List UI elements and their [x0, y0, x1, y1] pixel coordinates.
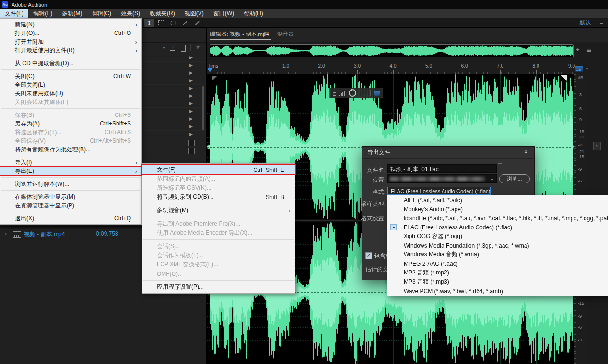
expander-chevron-icon[interactable]: ›	[5, 230, 7, 237]
waveform-overview[interactable]	[210, 44, 574, 57]
meter-box-icon[interactable]	[188, 140, 195, 146]
menu-item-7[interactable]: 关闭(C)Ctrl+W	[0, 72, 141, 80]
menu-item-14[interactable]: 将选区保存为(T)...Ctrl+Alt+S	[0, 128, 141, 136]
menu-item-13[interactable]: 另存为(A)...Ctrl+Shift+S	[0, 119, 141, 128]
corner-handle-right-icon[interactable]	[561, 75, 567, 81]
menu-item-3[interactable]: 打开最近使用的文件(R)›	[0, 46, 141, 55]
filename-input[interactable]: 视频 - 副本_01.flac	[387, 164, 497, 173]
pin-icon[interactable]	[586, 68, 588, 69]
menu-item-5[interactable]: 多轨混音(M)›	[142, 206, 295, 215]
spot-healing-brush-tool-icon[interactable]	[192, 19, 202, 27]
gain-knob-icon[interactable]	[349, 89, 356, 97]
browse-button[interactable]: 浏览...	[499, 174, 530, 183]
format-option-5[interactable]: Windows Media Foundation (*.3gp, *.aac, …	[387, 241, 608, 250]
corner-handle-left-icon[interactable]	[212, 76, 217, 80]
menu-item-2[interactable]: 所选标记至 CSV(K)...	[142, 183, 295, 193]
list-item[interactable]: ▶	[142, 85, 206, 92]
menu-item-9[interactable]: 关闭未使用媒体(U)	[0, 89, 141, 98]
timeline-ruler[interactable]: hms 1.02.03.04.05.06.07.08.09.0	[207, 62, 574, 74]
spectral-display-icon[interactable]	[575, 66, 583, 72]
menu-item-1[interactable]: 打开(O)...Ctrl+O	[0, 29, 141, 37]
menu-item-0[interactable]: 新建(N)›	[0, 20, 141, 29]
playhead-marker[interactable]	[207, 68, 213, 73]
menubar-item[interactable]: 收藏夹(R)	[145, 9, 180, 18]
menu-item-16[interactable]: 将所有音频保存为批处理(B)...	[0, 145, 141, 154]
panel-collapse-icon[interactable]: ‹	[593, 142, 601, 150]
format-option-1[interactable]: Monkey's Audio (*.ape)	[387, 205, 608, 214]
format-option-10[interactable]: Wave PCM (*.wav, *.bwf, *.rf64, *.amb)	[387, 286, 608, 296]
menu-item-8[interactable]: 全部关闭(L)	[0, 80, 141, 89]
menu-item-7[interactable]: 导出到 Adobe Premiere Pro(X)...	[142, 219, 295, 228]
menubar-item[interactable]: 编辑(E)	[28, 9, 57, 18]
list-item[interactable]: ▶	[142, 77, 206, 85]
menu-item-10[interactable]: 关闭会话及其媒体(F)	[0, 98, 141, 106]
menubar-item[interactable]: 多轨(M)	[57, 9, 87, 18]
menu-item-1[interactable]: 范围标记内的音频(A)...	[142, 174, 295, 183]
workspace-switcher[interactable]: 默认	[579, 19, 591, 27]
trash-icon[interactable]	[181, 45, 186, 52]
menu-item-11[interactable]: 会话作为模板(L)...	[142, 251, 295, 260]
list-item[interactable]: ▶	[142, 131, 206, 138]
menubar-item[interactable]: 效果(S)	[116, 9, 145, 18]
include-markers-checkbox[interactable]: ✓	[365, 252, 372, 259]
favorite-star-icon[interactable]: ★	[195, 44, 201, 51]
dialog-title[interactable]: 导出文件	[362, 147, 534, 159]
volume-hud[interactable]	[329, 88, 383, 98]
format-option-8[interactable]: MP2 音频 (*.mp2)	[387, 268, 608, 277]
list-item[interactable]	[142, 138, 206, 147]
menu-item-24[interactable]: 在资源管理器中显示(P)	[0, 201, 141, 210]
list-item[interactable]: ▶	[142, 100, 206, 108]
format-option-3[interactable]: FLAC (Free Lossless Audio Codec) (*.flac…	[387, 223, 608, 232]
list-item[interactable]: ▶	[142, 108, 206, 115]
format-option-4[interactable]: Xiph OGG 容器 (*.ogg)	[387, 232, 608, 241]
menubar-item[interactable]: 文件(F)	[0, 9, 28, 18]
menu-item-8[interactable]: 使用 Adobe Media Encoder 导出(X)...	[142, 228, 295, 238]
panel-menu-icon[interactable]: ≡	[263, 30, 267, 37]
menu-item-5[interactable]: 从 CD 中提取音频(D)...	[0, 59, 141, 68]
menu-item-12[interactable]: 保存(S)Ctrl+S	[0, 111, 141, 119]
lasso-selection-tool-icon[interactable]	[168, 19, 178, 27]
scrollbar[interactable]	[202, 86, 204, 130]
menu-item-13[interactable]: OMF(O)...	[142, 269, 295, 278]
menu-item-18[interactable]: 导入(I)›	[0, 158, 141, 167]
menu-item-10[interactable]: 会话(S)...	[142, 242, 295, 251]
menu-item-3[interactable]: 将音频刻录到 CD(B)...Shift+B	[142, 193, 295, 202]
menu-item-15[interactable]: 应用程序设置(P)...	[142, 283, 295, 292]
menu-item-19[interactable]: 导出(E)›	[0, 167, 141, 175]
menubar-item[interactable]: 剪辑(C)	[87, 9, 116, 18]
location-dropdown[interactable]: ⌄	[387, 174, 497, 183]
format-dropdown[interactable]: FLAC (Free Lossless Audio Codec) (*.flac…	[387, 187, 491, 195]
editor-settings-icon[interactable]: ⌖	[576, 46, 579, 54]
menu-item-15[interactable]: 全部保存(V)Ctrl+Alt+Shift+S	[0, 136, 141, 145]
tab-editor[interactable]: 编辑器: 视频 - 副本.mp4	[210, 31, 269, 38]
format-option-2[interactable]: libsndfile (*.aifc, *.aiff, *.au, *.avr,…	[387, 214, 608, 223]
workspace-menu-icon[interactable]: ≡	[599, 19, 603, 26]
menu-item-2[interactable]: 打开并附加›	[0, 37, 141, 46]
list-item[interactable]: ▶	[142, 123, 206, 131]
dropdown-caret-icon[interactable]: ⌄	[162, 44, 166, 50]
paintbrush-selection-tool-icon[interactable]	[180, 19, 190, 27]
dialog-close-icon[interactable]: ×	[522, 148, 530, 156]
format-option-0[interactable]: AIFF (*.aif, *.aiff, *.aifc)	[387, 195, 608, 205]
list-item[interactable]: ▶	[142, 115, 206, 123]
list-item[interactable]: ▶	[142, 62, 206, 69]
list-item[interactable]	[142, 147, 206, 155]
menubar-item[interactable]: 窗口(W)	[209, 9, 239, 18]
tab-mixer[interactable]: 混音器	[277, 31, 294, 38]
time-selection-tool-icon[interactable]: I	[144, 19, 154, 27]
file-name[interactable]: 视频 - 副本.mp4	[24, 230, 65, 239]
file-row[interactable]: › 视频 - 副本.mp4 0:09.758	[0, 230, 142, 239]
menubar-item[interactable]: 帮助(H)	[239, 9, 268, 18]
list-item[interactable]: ▶	[142, 92, 206, 100]
download-icon[interactable]: ↓	[170, 45, 175, 51]
format-option-7[interactable]: MPEG 2-AAC (*.aac)	[387, 259, 608, 268]
menu-item-26[interactable]: 退出(X)Ctrl+Q	[0, 214, 141, 223]
menu-item-21[interactable]: 浏览并运行脚本(W)...	[0, 180, 141, 188]
hud-settings-icon[interactable]	[374, 91, 380, 96]
list-item[interactable]: ▶	[142, 69, 206, 77]
editor-list-icon[interactable]: ≣	[586, 46, 592, 53]
format-option-6[interactable]: Windows Media 音频 (*.wma)	[387, 250, 608, 259]
list-item[interactable]: ▶	[142, 54, 206, 62]
menu-item-12[interactable]: FCP XML 交换格式(F)...	[142, 260, 295, 269]
format-option-9[interactable]: MP3 音频 (*.mp3)	[387, 277, 608, 286]
